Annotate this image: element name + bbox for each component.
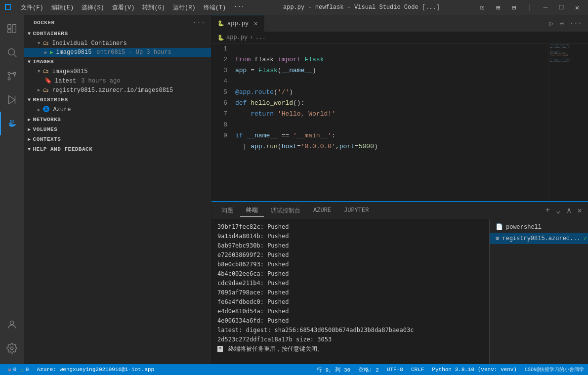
window-minimize-btn[interactable]: ─ <box>539 2 552 12</box>
registries-chevron: ▼ <box>28 97 31 103</box>
svg-point-7 <box>8 78 10 80</box>
sidebar-more-btn[interactable]: ··· <box>193 19 205 27</box>
images0815-item[interactable]: ▼ 🗂 images0815 <box>24 67 211 76</box>
svg-point-3 <box>8 49 15 55</box>
debug-console-tab[interactable]: 调试控制台 <box>265 205 306 217</box>
tab-bar-actions: ▷ ⊟ ··· <box>547 15 588 32</box>
powershell-icon: 📄 <box>496 223 503 231</box>
svg-point-5 <box>8 72 10 75</box>
azure-status[interactable]: Azure: wengxueying20210916@i-iot.app <box>35 364 156 375</box>
menu-file[interactable]: 文件(F) <box>18 2 46 13</box>
split-editor-btn[interactable]: ⊟ <box>557 18 565 29</box>
run-btn[interactable]: ▷ <box>547 18 555 29</box>
breadcrumb-file-icon: 🐍 <box>217 35 224 41</box>
breadcrumb: 🐍 app.py › ... <box>211 32 588 43</box>
window-close-btn[interactable]: ✕ <box>570 2 584 12</box>
activity-run[interactable] <box>0 88 24 112</box>
images0815-chevron: ▼ <box>38 69 40 74</box>
azure-tab[interactable]: AZURE <box>307 205 337 216</box>
menu-select[interactable]: 选择(S) <box>79 2 107 13</box>
activity-settings[interactable] <box>0 336 24 360</box>
networks-label: NETWORKS <box>33 117 61 123</box>
indentation[interactable]: 空格: 2 <box>354 364 383 375</box>
more-actions-btn[interactable]: ··· <box>568 18 584 28</box>
menu-view[interactable]: 查看(V) <box>109 2 138 13</box>
contexts-chevron: ▶ <box>28 136 31 142</box>
window-maximize-btn[interactable]: □ <box>554 2 568 12</box>
container-chevron: ▶ <box>44 50 47 55</box>
jupyter-tab[interactable]: JUPYTER <box>338 205 375 216</box>
close-panel-btn[interactable]: ✕ <box>575 205 584 216</box>
problems-tab[interactable]: 问题 <box>215 205 239 217</box>
encoding[interactable]: UTF-8 <box>383 364 407 375</box>
app-py-tab[interactable]: 🐍 app.py ✕ <box>211 15 264 32</box>
terminal-line: 4e006334a6fd: Pushed <box>217 316 483 326</box>
registry-item[interactable]: ▶ 🗂 registry0815.azurecr.io/images0815 <box>24 85 211 95</box>
terminal-line-notice: * 终端将被任务重用，按任意键关闭。 <box>217 344 483 354</box>
terminal-content[interactable]: 39bf17fec82c: Pushed 9a15d4a8014b: Pushe… <box>211 219 489 364</box>
activity-bottom <box>0 313 24 364</box>
window-split-btn[interactable]: ⊞ <box>491 2 505 12</box>
registry-label: registry0815.azurecr.io/images0815 <box>52 87 173 94</box>
terminal-line: 9a15d4a8014b: Pushed <box>217 232 483 241</box>
menu-terminal[interactable]: 终端(T) <box>201 2 229 13</box>
terminal-sidebar: 📄 powershell ⚙ registry0815.azurec... ✓ <box>489 219 588 364</box>
breadcrumb-filename[interactable]: app.py <box>226 34 248 41</box>
menu-goto[interactable]: 转到(G) <box>139 2 168 13</box>
terminal-tab[interactable]: 终端 <box>240 204 264 217</box>
latest-tag-item[interactable]: 🔖 latest 3 hours ago <box>24 76 211 85</box>
registries-section[interactable]: ▼ REGISTRIES <box>24 95 211 105</box>
registry-chevron: ▶ <box>38 87 40 93</box>
activity-source-control[interactable] <box>0 64 24 88</box>
new-terminal-btn[interactable]: + <box>543 205 552 216</box>
maximize-panel-btn[interactable]: ∧ <box>565 205 574 216</box>
help-section[interactable]: ▼ HELP AND FEEDBACK <box>24 144 211 154</box>
images-section[interactable]: ▼ IMAGES <box>24 57 211 67</box>
terminal-dropdown-btn[interactable]: ⌄ <box>554 205 563 216</box>
terminal-area: 问题 终端 调试控制台 AZURE JUPYTER + ⌄ ∧ ✕ 39bf17… <box>211 201 588 364</box>
terminal-line: 7095af798ace: Pushed <box>217 288 483 297</box>
vscode-logo: ⧠ <box>4 3 12 12</box>
svg-rect-1 <box>8 30 11 33</box>
container-instance-item[interactable]: ▶ ▶ images0815 cntr0815 - Up 3 hours <box>24 48 211 57</box>
azure-icon: 🅐 <box>43 106 50 114</box>
terminal-line: e4d0e810d54a: Pushed <box>217 307 483 316</box>
activity-search[interactable] <box>0 41 24 64</box>
activity-explorer[interactable] <box>0 17 24 41</box>
images-chevron: ▼ <box>28 59 31 65</box>
window-panels-btn[interactable]: ⊟ <box>507 2 521 12</box>
menu-edit[interactable]: 编辑(E) <box>48 2 77 13</box>
editor-area: 🐍 app.py ✕ ▷ ⊟ ··· 🐍 app.py › ... 1 2 <box>211 15 588 364</box>
terminal-line: b8e0cb862793: Pushed <box>217 260 483 269</box>
volumes-section[interactable]: ▶ VOLUMES <box>24 125 211 134</box>
window-controls: ⊡ ⊞ ⊟ | ─ □ ✕ <box>475 2 584 12</box>
svg-rect-2 <box>12 25 16 33</box>
terminal-tabs: 问题 终端 调试控制台 AZURE JUPYTER + ⌄ ∧ ✕ <box>211 202 588 219</box>
contexts-section[interactable]: ▶ CONTEXTS <box>24 134 211 144</box>
tab-filename: app.py <box>227 20 249 27</box>
terminal-line: fe6a4fdbedc0: Pushed <box>217 297 483 307</box>
networks-section[interactable]: ▶ NETWORKS <box>24 115 211 125</box>
individual-containers-item[interactable]: ▼ 🗂 Individual Containers <box>24 39 211 48</box>
sidebar-title: DOCKER <box>34 20 55 26</box>
line-ending[interactable]: CRLF <box>407 364 428 375</box>
sidebar: DOCKER ··· ▼ CONTAINERS ▼ 🗂 Individual C… <box>24 15 211 364</box>
activity-account[interactable] <box>0 313 24 336</box>
window-title: app.py - newflask - Visual Studio Code [… <box>252 4 471 11</box>
menu-run[interactable]: 运行(R) <box>170 2 199 13</box>
containers-section[interactable]: ▼ CONTAINERS <box>24 29 211 39</box>
registry-terminal[interactable]: ⚙ registry0815.azurec... ✓ <box>490 233 588 244</box>
images-folder-icon: 🗂 <box>43 68 49 75</box>
error-warning-count[interactable]: ⊗ 0 ⚠ 0 <box>4 364 31 375</box>
tab-bar: 🐍 app.py ✕ ▷ ⊟ ··· <box>211 15 588 32</box>
code-editor[interactable]: 1 2 3 4 5 6 7 8 9 from flask import Flas… <box>211 43 588 201</box>
language-mode[interactable]: Python 3.8.10 (venv: venv) <box>428 364 521 375</box>
powershell-terminal[interactable]: 📄 powershell <box>490 221 588 233</box>
activity-docker[interactable] <box>0 112 24 135</box>
tab-close-btn[interactable]: ✕ <box>253 19 257 28</box>
menu-more[interactable]: ··· <box>231 2 248 13</box>
cursor-position[interactable]: 行 9, 列 36 <box>313 364 354 375</box>
code-content[interactable]: from flask import Flask app = Flask(__na… <box>231 43 548 201</box>
azure-registry-item[interactable]: ▶ 🅐 Azure <box>24 105 211 115</box>
window-layout-btn[interactable]: ⊡ <box>475 2 489 12</box>
